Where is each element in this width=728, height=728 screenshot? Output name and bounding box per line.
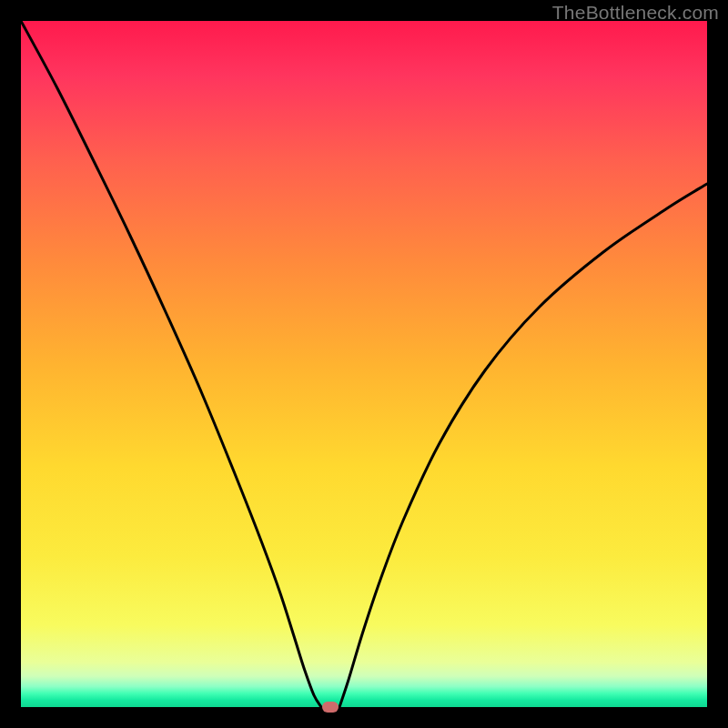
bottleneck-curve xyxy=(21,21,707,707)
chart-plot-area xyxy=(21,21,707,707)
watermark-text: TheBottleneck.com xyxy=(552,2,719,24)
optimum-marker xyxy=(322,702,339,713)
